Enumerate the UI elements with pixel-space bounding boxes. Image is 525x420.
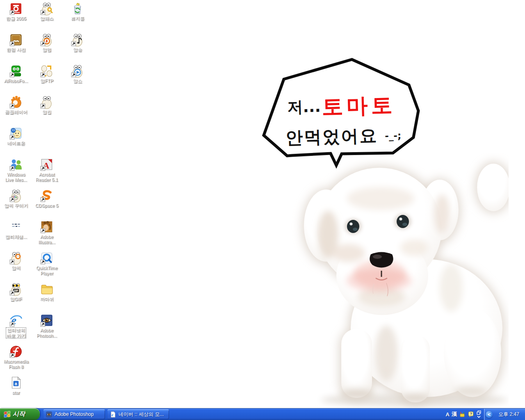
recycle-bin-icon: [71, 2, 84, 16]
shortcut-arrow-overlay: [71, 41, 76, 46]
desktop-icon-label: 네이트온: [7, 141, 25, 146]
chevron-down-icon[interactable]: [477, 415, 481, 418]
desktop-icon-macromedia-flash[interactable]: MacromediaFlash 8: [1, 345, 31, 369]
desktop-icon-label: 알송: [73, 47, 82, 52]
desktop-icon-hangul-2005[interactable]: 한글 2005: [1, 2, 31, 21]
shortcut-arrow-overlay: [10, 353, 14, 358]
shortcut-arrow-overlay: [41, 197, 45, 202]
taskbar-button-adobe-photoshop[interactable]: Adobe Photoshop: [43, 409, 105, 419]
ime-pen-tools-icon[interactable]: [459, 411, 466, 418]
nateon-faces-icon: [9, 126, 23, 140]
desktop-icon-label: QuickTimePlayer: [36, 265, 57, 276]
desktop-icon-nateon[interactable]: 네이트온: [1, 126, 31, 146]
quicktime-q-icon: [40, 251, 54, 265]
shortcut-arrow-overlay: [41, 41, 45, 46]
desktop-icon-label: AlRoboFo...: [4, 78, 28, 84]
desktop-icon-label: 인터넷의바로 가기: [6, 328, 25, 338]
venus-painting-icon: [40, 220, 54, 234]
shortcut-arrow-overlay: [10, 197, 14, 202]
ime-help-icon[interactable]: ?: [468, 411, 474, 418]
desktop-icon-alsong[interactable]: 알송: [62, 33, 93, 52]
desktop-icon-gom-player[interactable]: 곰플레이어: [1, 95, 31, 115]
desktop-icon-alftp[interactable]: 알FTP: [32, 64, 62, 84]
desktop-icon-recycle-bin[interactable]: 휴지통: [62, 2, 93, 21]
desktop-icon-label: WindowsLive Mes...: [5, 172, 27, 182]
desktop-icon-cdspace[interactable]: CDSpace 5: [32, 189, 62, 208]
desktop-icon-label: 알집: [42, 110, 51, 115]
taskbar-button-label: 네이버 :: 세상의 모...: [119, 411, 164, 418]
puppy-photo: [279, 153, 509, 408]
orange-s-icon: [40, 189, 54, 203]
desktop-icon-algif[interactable]: GIF알GIF: [1, 282, 31, 302]
desktop-icon-internet-shortcut[interactable]: e인터넷의바로 가기: [1, 313, 31, 338]
desktop-icon-label: AcrobatReader 5.1: [36, 172, 58, 182]
taskbar: 시작 Adobe Photoshope네이버 :: 세상의 모... A 漢 ?: [0, 408, 525, 420]
egg-transfer-icon: [40, 64, 54, 78]
svg-text:?: ?: [470, 412, 472, 416]
desktop-icon-alsee[interactable]: 알씨: [1, 251, 31, 271]
shortcut-arrow-overlay: [41, 228, 45, 233]
desktop-icon-alroboform[interactable]: AlRoboFo...: [1, 64, 31, 84]
taskbar-button-naver-browser[interactable]: e네이버 :: 세상의 모...: [107, 409, 169, 419]
egg-gif-icon: GIF: [9, 282, 23, 296]
desktop-icon-label: MacromediaFlash 8: [4, 359, 29, 369]
ai-document-icon: a: [9, 376, 23, 390]
desktop-icon-alzip[interactable]: 알집: [32, 95, 62, 115]
ime-hanja-indicator[interactable]: 漢: [452, 411, 457, 418]
start-button[interactable]: 시작: [0, 408, 40, 420]
egg-icon: [40, 95, 54, 109]
taskbar-clock[interactable]: 오후 2:47: [493, 411, 525, 418]
egg-music-note-icon: [71, 33, 84, 47]
desktop-icon-adobe-photoshop[interactable]: AdobePhotosh...: [32, 313, 62, 338]
ie-page-icon: e: [110, 411, 116, 418]
desktop-icon-calligraphy-sample[interactable]: 캘리체샘...: [1, 220, 31, 240]
bubble-text-line2: 안먹었어요: [285, 126, 378, 148]
desktop-icon-almap[interactable]: 알맵: [32, 33, 62, 52]
taskbar-buttons: Adobe Photoshope네이버 :: 세상의 모...: [43, 409, 443, 420]
shortcut-arrow-overlay: [10, 10, 14, 15]
shortcut-arrow-overlay: [10, 41, 14, 46]
ime-language-bar[interactable]: A 漢 ?: [443, 409, 484, 420]
acrobat-icon: A: [40, 158, 54, 171]
desktop-icon-label: 곰플레이어: [5, 110, 27, 115]
collapse-tray-button[interactable]: <: [486, 411, 493, 418]
start-button-label: 시작: [13, 410, 25, 418]
shortcut-arrow-overlay: [41, 10, 45, 15]
flash-f-icon: [9, 345, 23, 358]
shortcut-arrow-overlay: [10, 166, 14, 171]
dictionary-book-icon: [9, 33, 23, 47]
desktop-icon-adobe-illustrator[interactable]: AdobeIllustra...: [32, 220, 62, 244]
desktop-icon-windows-live-messenger[interactable]: WindowsLive Mes...: [1, 158, 31, 182]
desktop-icon-label: 알씨 꾸미기: [4, 203, 28, 208]
desktop-icon-alsee-decorator[interactable]: 알씨 꾸미기: [1, 189, 31, 208]
folder-icon: [40, 282, 54, 296]
desktop-icon-label: 알FTP: [40, 78, 53, 84]
shortcut-arrow-overlay: [10, 291, 14, 295]
roboform-icon: [9, 64, 23, 78]
desktop-icon-alshow[interactable]: 알쇼: [62, 64, 93, 84]
shortcut-arrow-overlay: [41, 104, 45, 108]
collapse-chevron-glyph: <: [488, 411, 491, 418]
desktop-icon-alpass[interactable]: 알패스: [32, 2, 62, 21]
restore-window-icon[interactable]: [476, 410, 482, 415]
system-tray: < 오후 2:47: [484, 409, 525, 420]
svg-text:a: a: [15, 381, 17, 386]
desktop-icon-hancom-dictionary[interactable]: 한컴 사전: [1, 33, 31, 52]
desktop-icon-star-file[interactable]: astar: [1, 376, 31, 395]
desktop-icon-label: 알GIF: [10, 297, 22, 302]
desktop-icon-label: 알쇼: [73, 78, 82, 84]
egg-magnifier-icon: [9, 251, 23, 265]
desktop-icon-label: AdobePhotosh...: [37, 328, 57, 338]
egg-compass-icon: [40, 33, 54, 47]
desktop-icon-quicktime-player[interactable]: QuickTimePlayer: [32, 251, 62, 276]
shortcut-arrow-overlay: [41, 73, 45, 77]
shortcut-arrow-overlay: [71, 73, 76, 77]
desktop-icon-acrobat-reader[interactable]: AAcrobatReader 5.1: [32, 158, 62, 182]
tiny-text-icon: [9, 220, 23, 234]
desktop-icon-kkamagwi-folder[interactable]: 까마귀: [32, 282, 62, 302]
svg-text:GIF: GIF: [14, 289, 18, 292]
internet-explorer-icon: e: [9, 313, 23, 327]
desktop-icon-label: AdobeIllustra...: [38, 234, 55, 244]
speech-bubble: 저... 토마토 안먹었어요 -_-;: [252, 53, 429, 172]
ime-english-indicator[interactable]: A: [446, 411, 450, 418]
